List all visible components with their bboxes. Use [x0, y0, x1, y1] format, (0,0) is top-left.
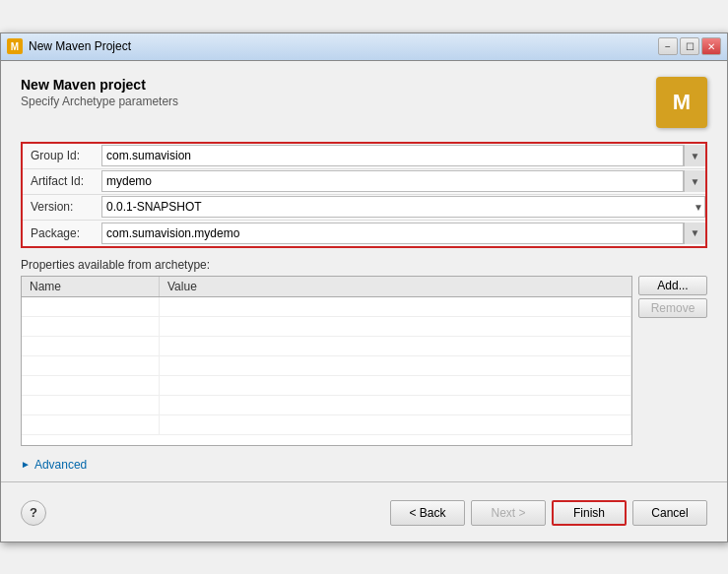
finish-button[interactable]: Finish [552, 500, 627, 526]
group-id-input[interactable] [101, 145, 684, 166]
main-window: M New Maven Project − ☐ ✕ New Maven proj… [0, 32, 728, 542]
package-row: Package: ▼ [23, 221, 705, 246]
table-row [22, 376, 631, 396]
package-label: Package: [23, 223, 101, 244]
table-cell-name [22, 317, 160, 336]
window-icon: M [7, 38, 23, 54]
advanced-label: Advanced [34, 458, 87, 472]
column-name-header: Name [22, 277, 160, 296]
properties-section: Name Value [21, 276, 707, 452]
table-cell-name [22, 337, 160, 355]
advanced-arrow-icon: ► [21, 459, 31, 470]
version-select[interactable]: 0.0.1-SNAPSHOT [101, 196, 705, 218]
group-id-dropdown[interactable]: ▼ [684, 145, 705, 166]
table-cell-value [160, 356, 631, 375]
close-button[interactable]: ✕ [701, 37, 721, 55]
dialog-footer: ? < Back Next > Finish Cancel [21, 492, 707, 526]
table-cell-value [160, 337, 631, 355]
archetype-form: Group Id: ▼ Artifact Id: ▼ Version: 0.0.… [21, 142, 707, 248]
table-row [22, 415, 631, 435]
properties-label: Properties available from archetype: [21, 258, 707, 272]
table-cell-value [160, 396, 631, 415]
group-id-row: Group Id: ▼ [23, 144, 705, 169]
table-cell-value [160, 297, 631, 316]
table-row [22, 356, 631, 376]
dialog-content: New Maven project Specify Archetype para… [1, 61, 727, 542]
artifact-id-dropdown[interactable]: ▼ [684, 170, 705, 192]
package-input[interactable] [101, 223, 684, 244]
separator [1, 481, 727, 482]
help-button[interactable]: ? [21, 500, 46, 526]
dialog-heading: New Maven project [21, 77, 178, 93]
table-row [22, 396, 631, 415]
dialog-subheading: Specify Archetype parameters [21, 95, 178, 108]
add-button[interactable]: Add... [638, 276, 707, 295]
table-cell-value [160, 317, 631, 336]
nav-buttons: < Back Next > Finish Cancel [390, 500, 707, 526]
artifact-id-input[interactable] [101, 170, 684, 192]
version-row: Version: 0.0.1-SNAPSHOT ▼ [23, 195, 705, 221]
advanced-section[interactable]: ► Advanced [21, 458, 707, 472]
maven-icon: M [656, 77, 707, 128]
dialog-header: New Maven project Specify Archetype para… [21, 77, 707, 128]
table-cell-name [22, 376, 160, 395]
properties-table: Name Value [21, 276, 632, 446]
table-cell-value [160, 415, 631, 434]
maximize-button[interactable]: ☐ [680, 37, 699, 55]
table-body [22, 297, 631, 445]
cancel-button[interactable]: Cancel [632, 500, 707, 526]
artifact-id-row: Artifact Id: ▼ [23, 169, 705, 195]
table-cell-value [160, 376, 631, 395]
table-action-buttons: Add... Remove [638, 276, 707, 318]
help-area: ? [21, 500, 46, 526]
remove-button[interactable]: Remove [638, 298, 707, 318]
artifact-id-label: Artifact Id: [23, 170, 101, 192]
back-button[interactable]: < Back [390, 500, 465, 526]
version-label: Version: [23, 196, 101, 218]
dialog-title-area: New Maven project Specify Archetype para… [21, 77, 178, 108]
table-row [22, 337, 631, 356]
group-id-label: Group Id: [23, 145, 101, 166]
minimize-button[interactable]: − [658, 37, 678, 55]
package-dropdown[interactable]: ▼ [684, 223, 705, 244]
column-value-header: Value [160, 277, 631, 296]
table-header: Name Value [22, 277, 631, 297]
next-button[interactable]: Next > [471, 500, 546, 526]
version-select-wrapper: 0.0.1-SNAPSHOT ▼ [101, 196, 705, 218]
table-row [22, 317, 631, 337]
window-title: New Maven Project [29, 39, 652, 53]
table-cell-name [22, 396, 160, 415]
table-cell-name [22, 415, 160, 434]
window-controls: − ☐ ✕ [658, 37, 721, 55]
table-cell-name [22, 356, 160, 375]
table-row [22, 297, 631, 317]
table-cell-name [22, 297, 160, 316]
title-bar: M New Maven Project − ☐ ✕ [1, 33, 727, 61]
